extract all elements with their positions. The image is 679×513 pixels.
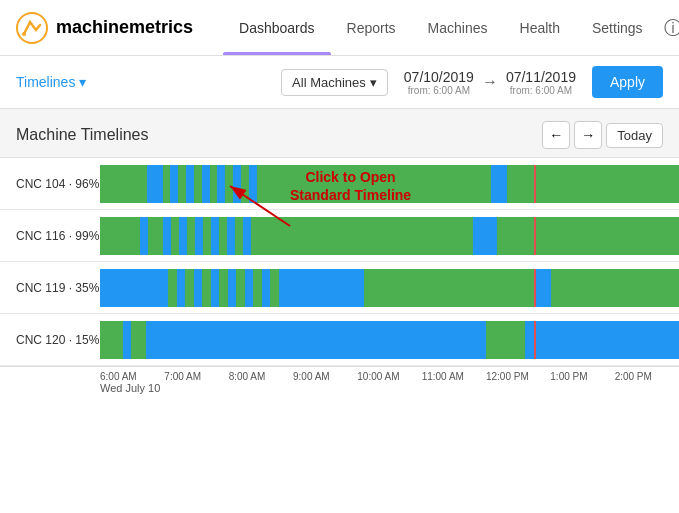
svg-point-0 (17, 13, 47, 43)
time-tick: 9:00 AM (293, 371, 357, 382)
machines-chevron-icon: ▾ (370, 75, 377, 90)
machines-dropdown[interactable]: All Machines ▾ (281, 69, 388, 96)
date-label: Wed July 10 (0, 382, 679, 400)
timeline-bar-area (100, 321, 679, 359)
nav-item-machines[interactable]: Machines (412, 0, 504, 55)
timelines-label: Timelines (16, 74, 75, 90)
chart-container: Machine Timelines ← → Today Click to Ope… (0, 109, 679, 400)
timeline-bar-area (100, 165, 679, 203)
time-tick: 12:00 PM (486, 371, 550, 382)
timeline-row[interactable]: CNC 104 · 96% (0, 158, 679, 210)
apply-button[interactable]: Apply (592, 66, 663, 98)
main-nav: Dashboards Reports Machines Health Setti… (223, 0, 659, 55)
date-to-box: 07/11/2019 from: 6:00 AM (506, 69, 576, 96)
nav-item-reports[interactable]: Reports (331, 0, 412, 55)
svg-point-1 (22, 32, 26, 36)
help-icon[interactable]: ⓘ (659, 14, 679, 42)
now-line (534, 217, 536, 255)
machines-label: All Machines (292, 75, 366, 90)
time-tick: 10:00 AM (357, 371, 421, 382)
timeline-row-label: CNC 119 · 35% (0, 281, 100, 295)
now-line (534, 269, 536, 307)
logo-text: machinemetrics (56, 17, 193, 38)
timelines-dropdown[interactable]: Timelines ▾ (16, 74, 86, 90)
time-tick: 7:00 AM (164, 371, 228, 382)
now-line (534, 165, 536, 203)
nav-item-health[interactable]: Health (504, 0, 576, 55)
date-range: 07/10/2019 from: 6:00 AM → 07/11/2019 fr… (404, 69, 576, 96)
nav-icons: ⓘ 👤 (659, 14, 679, 42)
timeline-bar-area (100, 269, 679, 307)
date-from-sub: from: 6:00 AM (408, 85, 470, 96)
chart-header: Machine Timelines ← → Today (0, 109, 679, 158)
today-button[interactable]: Today (606, 123, 663, 148)
chart-title: Machine Timelines (16, 126, 542, 144)
timeline-row-label: CNC 120 · 15% (0, 333, 100, 347)
chart-next-button[interactable]: → (574, 121, 602, 149)
chart-prev-button[interactable]: ← (542, 121, 570, 149)
date-to: 07/11/2019 (506, 69, 576, 85)
chart-nav: ← → Today (542, 121, 663, 149)
time-axis: 6:00 AM7:00 AM8:00 AM9:00 AM10:00 AM11:0… (0, 366, 679, 382)
timeline-row[interactable]: CNC 120 · 15% (0, 314, 679, 366)
timeline-row-label: CNC 116 · 99% (0, 229, 100, 243)
header: machinemetrics Dashboards Reports Machin… (0, 0, 679, 56)
time-tick: 8:00 AM (229, 371, 293, 382)
date-from-box: 07/10/2019 from: 6:00 AM (404, 69, 474, 96)
toolbar: Timelines ▾ All Machines ▾ 07/10/2019 fr… (0, 56, 679, 109)
timeline-bar-area (100, 217, 679, 255)
timeline-chart: CNC 104 · 96%CNC 116 · 99%CNC 119 · 35%C… (0, 158, 679, 366)
date-arrow-icon: → (482, 73, 498, 91)
timeline-row[interactable]: CNC 119 · 35% (0, 262, 679, 314)
date-to-sub: from: 6:00 AM (510, 85, 572, 96)
timeline-row[interactable]: CNC 116 · 99% (0, 210, 679, 262)
time-tick: 1:00 PM (550, 371, 614, 382)
date-from: 07/10/2019 (404, 69, 474, 85)
timelines-chevron-icon: ▾ (79, 74, 86, 90)
timeline-row-label: CNC 104 · 96% (0, 177, 100, 191)
logo: machinemetrics (16, 12, 193, 44)
time-tick: 2:00 PM (615, 371, 679, 382)
logo-icon (16, 12, 48, 44)
time-tick: 11:00 AM (422, 371, 486, 382)
now-line (534, 321, 536, 359)
nav-item-dashboards[interactable]: Dashboards (223, 0, 331, 55)
nav-item-settings[interactable]: Settings (576, 0, 659, 55)
time-tick: 6:00 AM (100, 371, 164, 382)
